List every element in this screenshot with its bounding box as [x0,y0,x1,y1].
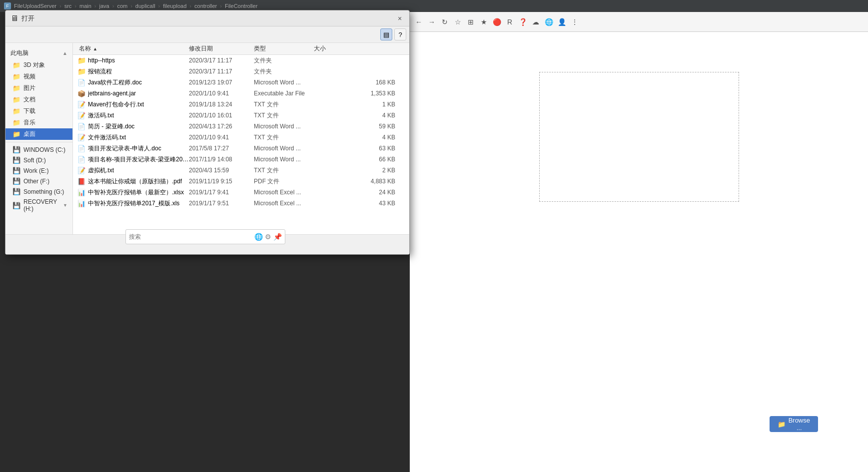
file-list[interactable]: 📁 http--https 2020/3/17 11:17 文件夹 📁 报销流程… [73,55,409,234]
sidebar-item-video[interactable]: 📁 视频 [5,71,72,82]
sort-arrow-name: ▲ [93,46,97,51]
file-row[interactable]: 📝 激活码.txt 2020/1/10 16:01 TXT 文件 4 KB [73,110,409,121]
file-type: Microsoft Word ... [254,79,314,86]
sidebar-item-3d[interactable]: 📁 3D 对象 [5,59,72,71]
extension-icon-5[interactable]: ❓ [518,17,528,27]
file-row[interactable]: 📕 这本书能让你戒烟（原版扫描）.pdf 2019/11/19 9:15 PDF… [73,176,409,187]
file-name: Java软件工程师.doc [88,78,189,87]
browser-content: 📁 Browse ... [410,32,868,472]
col-date[interactable]: 修改日期 [187,43,252,54]
sidebar-item-work[interactable]: 💾 Work (E:) [5,165,72,176]
dialog-titlebar: 🖥 打开 × [5,10,409,26]
dialog-title-icon: 🖥 [10,14,18,23]
extension-icon-4[interactable]: R [505,17,515,27]
file-name: 项目名称-项目开发记录表-梁亚峰20171... [88,155,189,164]
col-size[interactable]: 大小 [312,43,405,54]
sidebar-item-desktop[interactable]: 📁 桌面 [5,128,72,140]
help-button[interactable]: ? [394,28,406,40]
menu-icon[interactable]: ⋮ [570,17,580,27]
file-date: 2020/3/17 11:17 [189,57,254,64]
file-open-dialog: 🖥 打开 × ▤ ? 此电脑 ▲ 📁 3D 对象 📁 视频 [5,10,410,255]
file-type: Microsoft Word ... [254,145,314,152]
file-row[interactable]: 📊 中智补充医疗报销单（最新空）.xlsx 2019/1/17 9:41 Mic… [73,187,409,198]
forward-icon[interactable]: → [427,17,437,27]
sidebar-item-document[interactable]: 📁 文档 [5,94,72,105]
file-size: 168 KB [314,79,405,86]
search-emoji-1[interactable]: 🌐 [254,233,263,241]
file-date: 2020/4/3 15:59 [189,167,254,174]
file-date: 2020/1/10 9:41 [189,90,254,97]
drive-icon: 💾 [12,156,20,164]
file-type: Microsoft Excel ... [254,200,314,207]
close-button[interactable]: × [395,14,404,23]
file-icon: 📊 [77,188,86,197]
file-type: TXT 文件 [254,166,314,175]
search-input[interactable] [129,233,252,240]
topbar-item-5: com [117,3,127,9]
search-emoji-3[interactable]: 📌 [273,233,282,241]
collapse-arrow: ▼ [63,203,67,208]
sidebar-item-soft[interactable]: 💾 Soft (D:) [5,155,72,165]
sidebar-item-windows[interactable]: 💾 WINDOWS (C:) [5,144,72,155]
col-name[interactable]: 名称 ▲ [77,43,187,54]
file-type: TXT 文件 [254,111,314,120]
file-row[interactable]: 📄 简历 - 梁亚峰.doc 2020/4/13 17:26 Microsoft… [73,121,409,132]
extension-icon-3[interactable]: 🔴 [492,17,502,27]
file-name: 报销流程 [88,67,189,76]
browser-toolbar: ← → ↻ ☆ ⊞ ★ 🔴 R ❓ ☁ 🌐 👤 ⋮ [410,12,868,32]
drive-icon: 💾 [12,167,20,174]
sidebar-item-music[interactable]: 📁 音乐 [5,117,72,128]
sidebar-collapse-arrow[interactable]: ▲ [62,50,67,56]
file-row[interactable]: 📝 文件激活码.txt 2020/1/10 9:41 TXT 文件 4 KB [73,132,409,143]
sidebar-item-picture[interactable]: 📁 图片 [5,82,72,94]
file-icon: 📄 [77,78,86,87]
sidebar-item-other[interactable]: 💾 Other (F:) [5,176,72,186]
file-type: PDF 文件 [254,177,314,186]
file-row[interactable]: 📄 Java软件工程师.doc 2019/12/3 19:07 Microsof… [73,77,409,88]
file-row[interactable]: 📊 中智补充医疗报销单2017_模版.xls 2019/1/17 9:51 Mi… [73,198,409,209]
bookmark-icon[interactable]: ☆ [453,17,463,27]
search-emoji-2[interactable]: ⚙ [265,233,271,241]
back-icon[interactable]: ← [414,17,424,27]
file-icon: 📝 [77,166,86,175]
sidebar-item-recovery[interactable]: 💾 RECOVERY (H:) ▼ [5,197,72,214]
file-icon: 📝 [77,111,86,120]
file-row[interactable]: 📦 jetbrains-agent.jar 2020/1/10 9:41 Exe… [73,88,409,99]
file-date: 2020/1/10 9:41 [189,134,254,141]
extension-icon-1[interactable]: ⊞ [466,17,476,27]
refresh-icon[interactable]: ↻ [440,17,450,27]
file-name: 虚拟机.txt [88,166,189,175]
file-icon: 📄 [77,144,86,153]
file-row[interactable]: 📄 项目开发记录表-申请人.doc 2017/5/8 17:27 Microso… [73,143,409,154]
browse-button[interactable]: 📁 Browse ... [770,416,818,432]
extension-icon-2[interactable]: ★ [479,17,489,27]
file-row[interactable]: 📁 http--https 2020/3/17 11:17 文件夹 [73,55,409,66]
extension-icon-7[interactable]: 🌐 [544,17,554,27]
file-type: TXT 文件 [254,100,314,109]
file-name: 这本书能让你戒烟（原版扫描）.pdf [88,177,189,186]
file-row[interactable]: 📁 报销流程 2020/3/17 11:17 文件夹 [73,66,409,77]
dialog-title: 🖥 打开 [10,14,34,23]
sidebar-item-download[interactable]: 📁 下载 [5,105,72,117]
view-toggle-button[interactable]: ▤ [380,28,392,40]
file-row[interactable]: 📝 Maven打包命令行.txt 2019/1/18 13:24 TXT 文件 … [73,99,409,110]
file-type: Microsoft Word ... [254,156,314,163]
user-avatar[interactable]: 👤 [557,17,567,27]
file-size: 1 KB [314,101,405,108]
drive-icon: 💾 [12,188,20,195]
sidebar-item-something[interactable]: 💾 Something (G:) [5,186,72,197]
search-bar: 🌐 ⚙ 📌 [125,229,285,244]
file-size: 63 KB [314,145,405,152]
sidebar-section-header: 此电脑 ▲ [5,47,72,59]
file-row[interactable]: 📄 项目名称-项目开发记录表-梁亚峰20171... 2017/11/9 14:… [73,154,409,165]
col-type[interactable]: 类型 [252,43,312,54]
folder-icon: 📁 [12,61,20,69]
extension-icon-6[interactable]: ☁ [531,17,541,27]
file-icon: 📊 [77,199,86,208]
browser-area: ← → ↻ ☆ ⊞ ★ 🔴 R ❓ ☁ 🌐 👤 ⋮ 📁 Browse ... [410,12,868,472]
file-type: TXT 文件 [254,133,314,142]
dialog-body: 此电脑 ▲ 📁 3D 对象 📁 视频 📁 图片 📁 文档 📁 下载 [5,43,409,234]
file-date: 2017/11/9 14:08 [189,156,254,163]
file-row[interactable]: 📝 虚拟机.txt 2020/4/3 15:59 TXT 文件 2 KB [73,165,409,176]
sidebar-separator [5,142,72,142]
